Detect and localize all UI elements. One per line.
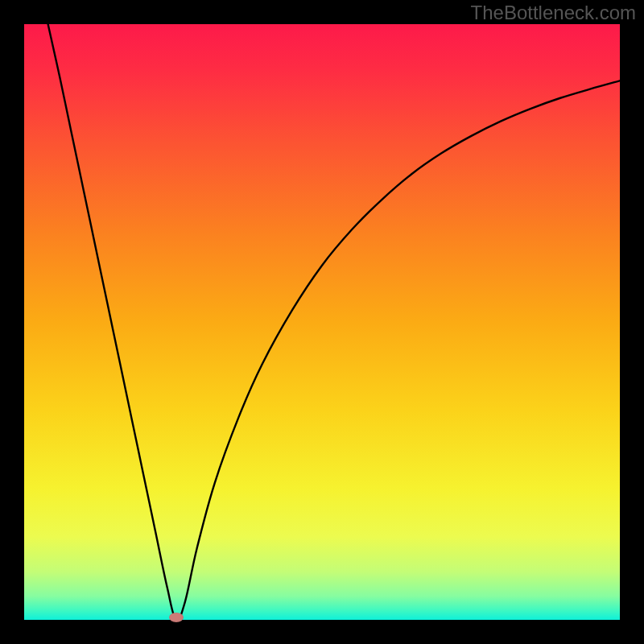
chart-frame: TheBottleneck.com: [0, 0, 644, 644]
watermark-label: TheBottleneck.com: [471, 2, 636, 24]
bottleneck-curve: [24, 24, 620, 620]
min-point-marker: [169, 613, 184, 622]
